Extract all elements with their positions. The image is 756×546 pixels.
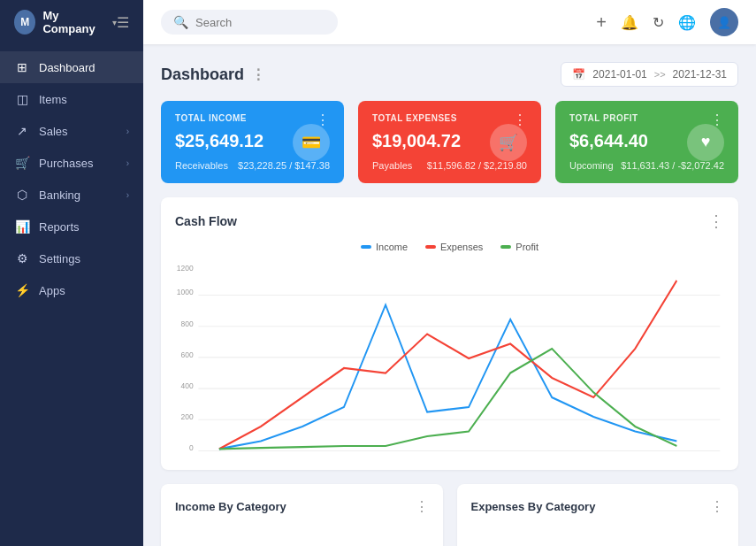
sidebar-item-label: Apps (39, 284, 65, 297)
refresh-icon[interactable]: ↻ (653, 14, 664, 31)
svg-text:1200: 1200 (177, 263, 194, 273)
sidebar-item-dashboard[interactable]: ⊞ Dashboard (0, 51, 143, 83)
topbar: 🔍 + 🔔 ↻ 🌐 👤 (143, 0, 756, 44)
svg-text:0: 0 (189, 443, 194, 453)
sidebar-item-label: Banking (39, 188, 80, 202)
cashflow-chart: 0 200 400 600 800 1000 1200 Jan 2021 (175, 261, 724, 456)
sales-icon: ↗ (14, 124, 30, 138)
sidebar-item-banking[interactable]: ⬡ Banking › (0, 179, 143, 211)
chevron-right-icon: › (126, 127, 129, 136)
search-input[interactable] (195, 16, 325, 29)
sidebar-item-items[interactable]: ◫ Items (0, 83, 143, 115)
sidebar-nav: ⊞ Dashboard ◫ Items ↗ Sales › 🛒 Purchase… (0, 44, 143, 546)
sidebar-item-reports[interactable]: 📊 Reports (0, 211, 143, 242)
globe-icon[interactable]: 🌐 (678, 14, 696, 31)
profit-sub-value: $11,631.43 / -$2,072.42 (621, 160, 724, 171)
legend-income-dot (361, 245, 371, 249)
expenses-by-category-card: Expenses By Category ⋮ (457, 484, 739, 546)
company-info[interactable]: M My Company ▾ (14, 9, 117, 35)
income-card: TOTAL INCOME ⋮ $25,649.12 Receivables $2… (161, 101, 344, 183)
main-area: 🔍 + 🔔 ↻ 🌐 👤 Dashboard ⋮ 📅 2021-01-01 >> … (143, 0, 756, 546)
profit-label: TOTAL PROFIT (569, 113, 638, 123)
legend-profit-dot (500, 245, 511, 249)
bottom-cards: Income By Category ⋮ Expenses By Categor… (161, 484, 738, 546)
expenses-sub-value: $11,596.82 / $2,219.80 (427, 160, 527, 171)
cashflow-chart-container: 0 200 400 600 800 1000 1200 Jan 2021 (175, 261, 724, 456)
company-name: My Company (42, 9, 105, 35)
sidebar-item-label: Sales (39, 125, 68, 138)
settings-icon: ⚙ (14, 251, 30, 265)
expenses-card: TOTAL EXPENSES ⋮ $19,004.72 Payables $11… (358, 101, 541, 183)
income-category-title: Income By Category (175, 500, 286, 513)
hamburger-icon[interactable]: ☰ (117, 14, 129, 31)
cashflow-card: Cash Flow ⋮ Income Expenses Profit (161, 197, 738, 470)
svg-text:400: 400 (181, 381, 194, 391)
date-end: 2021-12-31 (673, 68, 727, 81)
income-icon: 💳 (293, 124, 330, 161)
chevron-right-icon: › (126, 190, 129, 200)
apps-icon: ⚡ (14, 283, 30, 297)
reports-icon: 📊 (14, 219, 30, 234)
items-icon: ◫ (14, 92, 30, 106)
svg-text:600: 600 (181, 350, 194, 359)
topbar-actions: + 🔔 ↻ 🌐 👤 (596, 8, 738, 36)
company-avatar: M (14, 10, 35, 35)
sidebar-item-apps[interactable]: ⚡ Apps (0, 274, 143, 306)
income-sub-label: Receivables (175, 160, 228, 171)
sidebar-item-label: Dashboard (39, 61, 95, 74)
page-title: Dashboard ⋮ (161, 65, 265, 84)
date-start: 2021-01-01 (592, 68, 646, 81)
legend-expenses-label: Expenses (440, 242, 483, 252)
dashboard-header: Dashboard ⋮ 📅 2021-01-01 >> 2021-12-31 (161, 62, 738, 87)
dashboard-icon: ⊞ (14, 60, 30, 74)
income-category-menu-icon[interactable]: ⋮ (415, 498, 429, 515)
sidebar-item-label: Items (39, 93, 67, 106)
chevron-right-icon: › (126, 158, 129, 168)
date-separator: >> (654, 69, 666, 80)
svg-text:800: 800 (181, 319, 194, 328)
calendar-icon: 📅 (572, 68, 585, 81)
cashflow-title: Cash Flow (175, 214, 237, 228)
expenses-category-title: Expenses By Category (471, 500, 596, 513)
date-range-picker[interactable]: 📅 2021-01-01 >> 2021-12-31 (561, 62, 738, 87)
dashboard-content: Dashboard ⋮ 📅 2021-01-01 >> 2021-12-31 T… (143, 44, 756, 546)
search-icon: 🔍 (173, 15, 188, 29)
legend-profit-label: Profit (515, 242, 538, 252)
sidebar-item-settings[interactable]: ⚙ Settings (0, 242, 143, 274)
sidebar-item-label: Purchases (39, 157, 93, 170)
sidebar-item-label: Reports (39, 220, 80, 234)
legend-expenses: Expenses (425, 242, 483, 252)
bell-icon[interactable]: 🔔 (621, 14, 638, 31)
sidebar-item-sales[interactable]: ↗ Sales › (0, 115, 143, 147)
expenses-icon: 🛒 (490, 124, 527, 161)
add-icon[interactable]: + (596, 12, 607, 33)
search-box[interactable]: 🔍 (161, 10, 338, 35)
legend-income: Income (361, 242, 408, 252)
sidebar-item-purchases[interactable]: 🛒 Purchases › (0, 147, 143, 179)
svg-text:1000: 1000 (177, 288, 194, 297)
legend-expenses-dot (425, 245, 436, 249)
profit-icon: ♥ (687, 124, 724, 161)
purchases-icon: 🛒 (14, 156, 30, 170)
income-sub-value: $23,228.25 / $147.38 (238, 160, 330, 171)
chart-legend: Income Expenses Profit (175, 242, 724, 252)
expenses-sub-label: Payables (372, 160, 412, 171)
banking-icon: ⬡ (14, 188, 30, 202)
sidebar: M My Company ▾ ☰ ⊞ Dashboard ◫ Items ↗ S… (0, 0, 143, 546)
cashflow-menu-icon[interactable]: ⋮ (708, 211, 724, 231)
profit-card: TOTAL PROFIT ⋮ $6,644.40 Upcoming $11,63… (555, 101, 738, 183)
sidebar-item-label: Settings (39, 252, 80, 265)
dashboard-title-text: Dashboard (161, 65, 244, 84)
profit-sub-label: Upcoming (569, 160, 614, 171)
income-by-category-card: Income By Category ⋮ (161, 484, 443, 546)
stat-cards: TOTAL INCOME ⋮ $25,649.12 Receivables $2… (161, 101, 738, 183)
sidebar-header: M My Company ▾ ☰ (0, 0, 143, 44)
expenses-label: TOTAL EXPENSES (372, 113, 457, 123)
expenses-category-menu-icon[interactable]: ⋮ (710, 498, 724, 515)
avatar[interactable]: 👤 (710, 8, 738, 36)
income-label: TOTAL INCOME (175, 113, 247, 123)
legend-profit: Profit (500, 242, 538, 252)
svg-text:200: 200 (181, 412, 194, 422)
legend-income-label: Income (376, 242, 408, 252)
dashboard-menu-icon[interactable]: ⋮ (251, 66, 265, 83)
